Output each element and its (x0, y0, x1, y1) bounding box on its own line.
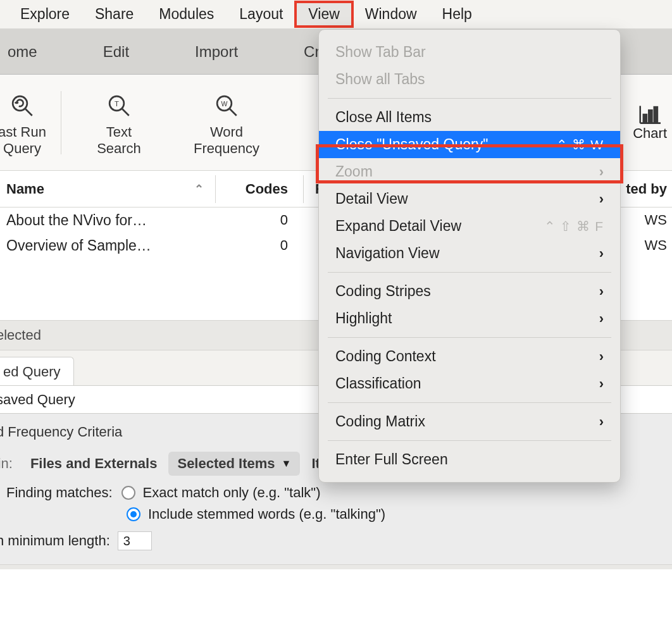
word-frequency-label-1: Word (210, 124, 243, 140)
min-length-label: n minimum length: (0, 533, 110, 549)
row-codes: 0 (227, 237, 303, 254)
svg-rect-11 (649, 110, 652, 123)
word-frequency-icon: W (173, 92, 280, 119)
menuitem-expand-detail-view[interactable]: Expand Detail View ⌃ ⇧ ⌘ F (319, 213, 620, 240)
svg-text:T: T (115, 100, 119, 108)
tab-unsaved-query[interactable]: ed Query (0, 357, 74, 385)
chevron-right-icon: › (599, 376, 604, 392)
text-search-label-2: Search (97, 140, 141, 156)
menuitem-navigation-view[interactable]: Navigation View › (319, 240, 620, 267)
column-divider (215, 175, 216, 203)
menuitem-coding-context[interactable]: Coding Context › (319, 343, 620, 370)
ribbon-tab-home[interactable]: ome (0, 43, 70, 61)
svg-rect-12 (654, 107, 657, 123)
chevron-right-icon: › (599, 311, 604, 327)
row-codes: 0 (227, 212, 303, 228)
column-divider (303, 175, 304, 203)
ribbon-tab-import[interactable]: Import (162, 43, 271, 61)
query-reload-icon (0, 92, 57, 119)
menuitem-show-all-tabs: Show all Tabs (319, 66, 620, 93)
menuitem-close-unsaved-query[interactable]: Close "Unsaved Query" ⌃ ⌘ W (319, 131, 620, 158)
finding-matches-label: Finding matches: (0, 485, 113, 501)
chevron-right-icon: › (599, 191, 604, 207)
menu-separator (328, 440, 611, 441)
column-created-by[interactable]: ted by (621, 181, 672, 197)
chart-button[interactable]: Chart (633, 104, 667, 142)
row-name: Overview of Sample… (6, 237, 151, 254)
ribbon-tab-edit[interactable]: Edit (70, 43, 162, 61)
last-run-query-label-1: ast Run (0, 124, 46, 140)
chart-icon (633, 104, 667, 125)
radio-stemmed-words[interactable] (127, 507, 140, 521)
caret-down-icon: ▼ (282, 458, 292, 469)
menuitem-highlight[interactable]: Highlight › (319, 305, 620, 332)
finding-matches-row: Finding matches: Exact match only (e.g. … (0, 482, 672, 504)
chevron-right-icon: › (599, 414, 604, 430)
row-name: About the NVivo for… (6, 212, 147, 229)
menu-window[interactable]: Window (352, 2, 430, 27)
last-run-query-label-2: Query (3, 140, 41, 156)
menu-separator (328, 402, 611, 403)
menu-separator (328, 272, 611, 273)
footer-gap (0, 564, 672, 569)
text-search-label-1: Text (106, 124, 132, 140)
shortcut-text: ⌃ ⇧ ⌘ F (544, 219, 604, 234)
menuitem-classification[interactable]: Classification › (319, 370, 620, 397)
selected-items-dropdown[interactable]: Selected Items ▼ (168, 452, 300, 476)
min-length-row: n minimum length: 3 (0, 525, 672, 553)
svg-text:W: W (221, 100, 228, 108)
chart-label: Chart (633, 125, 667, 142)
files-and-externals[interactable]: Files and Externals (30, 455, 158, 472)
section-title-text: saved Query (0, 392, 75, 408)
selected-items-label: Selected Items (177, 455, 275, 472)
shortcut-text: ⌃ ⌘ W (556, 137, 604, 152)
chevron-right-icon: › (599, 283, 604, 300)
word-frequency-button[interactable]: W WordFrequency (173, 89, 280, 156)
menuitem-enter-full-screen[interactable]: Enter Full Screen (319, 446, 620, 473)
chevron-right-icon: › (599, 245, 604, 262)
menu-layout[interactable]: Layout (227, 2, 296, 27)
radio-exact-match-label: Exact match only (e.g. "talk") (143, 485, 321, 501)
sort-indicator-icon[interactable]: ⌃ (194, 182, 204, 196)
menuitem-detail-view[interactable]: Detail View › (319, 185, 620, 213)
text-search-icon: T (65, 92, 173, 119)
svg-line-3 (122, 109, 129, 116)
search-in-label: rch in: (0, 455, 13, 472)
min-length-input[interactable]: 3 (118, 531, 152, 550)
chevron-right-icon: › (599, 349, 604, 365)
last-run-query-button[interactable]: ast RunQuery (0, 89, 57, 156)
menu-help[interactable]: Help (430, 2, 485, 27)
menuitem-show-tab-bar: Show Tab Bar (319, 39, 620, 66)
finding-matches-row-2: Include stemmed words (e.g. "talking") (0, 504, 672, 525)
menuitem-coding-matrix[interactable]: Coding Matrix › (319, 408, 620, 435)
svg-rect-10 (644, 114, 647, 123)
menu-view[interactable]: View (296, 2, 352, 27)
menu-modules[interactable]: Modules (146, 2, 227, 27)
word-frequency-label-2: Frequency (194, 140, 259, 156)
text-search-button[interactable]: T TextSearch (65, 89, 173, 156)
svg-point-0 (13, 96, 27, 111)
menu-share[interactable]: Share (82, 2, 146, 27)
chevron-right-icon: › (599, 164, 604, 180)
menu-separator (328, 337, 611, 338)
svg-line-6 (230, 109, 237, 116)
menu-explore[interactable]: Explore (8, 2, 82, 27)
view-menu-dropdown: Show Tab Bar Show all Tabs Close All Ite… (318, 29, 621, 483)
selection-status-text: elected (0, 327, 41, 343)
ribbon-divider (61, 91, 61, 154)
menuitem-coding-stripes[interactable]: Coding Stripes › (319, 278, 620, 305)
row-created-by: WS (640, 212, 672, 228)
menuitem-close-all-items[interactable]: Close All Items (319, 104, 620, 131)
svg-line-1 (25, 109, 32, 116)
radio-exact-match[interactable] (121, 486, 135, 500)
menubar: Explore Share Modules Layout View Window… (0, 0, 672, 29)
radio-stemmed-words-label: Include stemmed words (e.g. "talking") (148, 506, 385, 523)
column-name[interactable]: Name (6, 181, 44, 197)
column-codes[interactable]: Codes (227, 181, 303, 197)
menu-separator (328, 98, 611, 99)
row-created-by: WS (640, 237, 672, 254)
menuitem-zoom: Zoom › (319, 158, 620, 185)
